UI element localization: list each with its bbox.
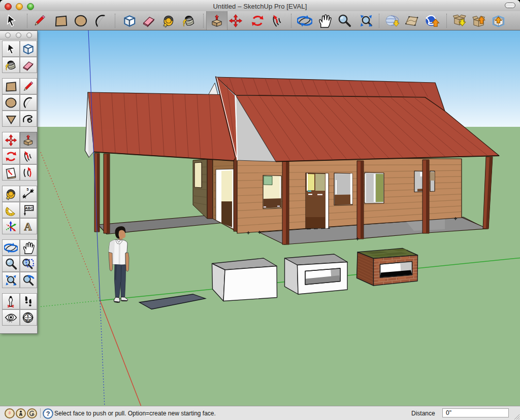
rectangle-icon xyxy=(4,80,18,93)
palette-pan-button[interactable] xyxy=(20,239,38,256)
white-box-model[interactable] xyxy=(212,258,277,301)
eraser-tool-button[interactable] xyxy=(139,12,158,29)
palette-previous-view-button[interactable] xyxy=(20,272,38,288)
front-door[interactable] xyxy=(306,173,329,228)
move-tool-button[interactable] xyxy=(226,12,245,29)
share-component-tool-button[interactable] xyxy=(489,12,508,29)
palette-dimension-button[interactable]: 5 xyxy=(20,186,38,202)
circle-tool-button[interactable] xyxy=(71,12,90,29)
select-tool-button[interactable] xyxy=(2,12,21,29)
window-title: Untitled – SketchUp Pro [EVAL] xyxy=(0,3,520,10)
palette-push-pull-button[interactable] xyxy=(20,132,38,148)
main-toolbar xyxy=(0,11,520,30)
rotate-tool-button[interactable] xyxy=(248,12,267,29)
follow-me-tool-button[interactable] xyxy=(268,12,287,29)
palette-close-button[interactable] xyxy=(5,32,11,38)
brick-box-model[interactable] xyxy=(357,249,418,286)
statusbar-separator xyxy=(40,408,41,418)
palette-arc-button[interactable] xyxy=(20,94,38,111)
select-icon xyxy=(4,42,18,56)
help-icon[interactable]: ? xyxy=(43,408,53,419)
window-2[interactable] xyxy=(334,173,352,205)
rectangle-tool-button[interactable] xyxy=(51,12,71,29)
palette-zoom-button[interactable] xyxy=(2,256,20,272)
share-model-tool-button[interactable] xyxy=(470,12,489,29)
zoom-icon xyxy=(337,13,352,28)
palette-position-camera-button[interactable] xyxy=(2,293,20,309)
palette-select-button[interactable] xyxy=(2,41,20,57)
palette-zoom-button[interactable] xyxy=(26,32,32,38)
orbit-tool-button[interactable] xyxy=(295,12,314,29)
zoom-extents-icon xyxy=(359,13,374,28)
text-icon: ABC xyxy=(21,203,35,217)
palette-offset-button[interactable] xyxy=(20,164,38,181)
attribution-icon[interactable] xyxy=(16,408,26,418)
palette-3d-text-button[interactable]: A xyxy=(20,218,38,234)
resize-grip[interactable] xyxy=(513,413,519,419)
toolbar-separator xyxy=(291,14,291,28)
palette-rotate-button[interactable] xyxy=(2,148,20,164)
palette-follow-me-button[interactable] xyxy=(20,148,38,164)
palette-freehand-button[interactable] xyxy=(20,111,38,127)
palette-minimize-button[interactable] xyxy=(16,32,21,38)
paint-bucket-tool-button[interactable] xyxy=(179,12,199,29)
window-5[interactable] xyxy=(430,171,435,192)
hollow-box-model[interactable] xyxy=(285,254,348,294)
get-current-view-tool-button[interactable] xyxy=(382,12,402,29)
palette-polygon-button[interactable] xyxy=(2,111,20,127)
sketchup-window: Untitled – SketchUp Pro [EVAL] xyxy=(0,0,520,420)
palette-text-button[interactable]: ABC xyxy=(20,202,38,218)
zoom-extents-tool-button[interactable] xyxy=(356,12,376,29)
palette-orbit-button[interactable] xyxy=(2,239,20,256)
arc-tool-button[interactable] xyxy=(91,12,110,29)
geolocation-icon[interactable] xyxy=(5,408,15,418)
place-model-tool-button[interactable] xyxy=(422,12,442,29)
zoom-icon xyxy=(4,257,18,271)
toggle-terrain-icon xyxy=(404,13,419,28)
drawing-canvas[interactable] xyxy=(0,30,520,406)
get-models-tool-button[interactable] xyxy=(450,12,470,29)
line-icon xyxy=(32,13,47,28)
make-component-icon xyxy=(122,13,137,28)
palette-look-around-button[interactable] xyxy=(2,309,20,326)
line-tool-button[interactable] xyxy=(30,12,49,29)
palette-walk-button[interactable] xyxy=(20,293,38,309)
toolbar-toggle-pill[interactable] xyxy=(505,3,515,8)
palette-circle-button[interactable] xyxy=(2,94,20,111)
palette-paint-bucket-button[interactable] xyxy=(2,57,20,73)
palette-rectangle-button[interactable] xyxy=(2,78,20,94)
push-pull-tool-button[interactable] xyxy=(206,11,228,30)
tape-measure-tool-button[interactable] xyxy=(159,12,178,29)
window-1[interactable] xyxy=(263,176,281,209)
palette-move-button[interactable] xyxy=(2,132,20,148)
zoom-tool-button[interactable] xyxy=(335,12,354,29)
pan-icon xyxy=(21,241,35,255)
credit-icon[interactable] xyxy=(27,408,37,418)
zoom-window-icon xyxy=(21,257,35,271)
palette-zoom-extents-button[interactable] xyxy=(2,272,20,288)
window-3[interactable] xyxy=(365,172,384,203)
palette-scale-button[interactable] xyxy=(2,164,20,181)
palette-section-plane-button[interactable]: CR-S xyxy=(20,309,38,326)
palette-line-button[interactable] xyxy=(20,78,38,94)
eraser-icon xyxy=(21,58,35,72)
offset-icon xyxy=(21,166,35,180)
palette-make-component-button[interactable] xyxy=(20,41,38,57)
svg-text:R-S: R-S xyxy=(25,319,30,322)
previous-view-icon xyxy=(21,273,35,287)
palette-titlebar[interactable] xyxy=(0,31,37,40)
palette-axes-button[interactable] xyxy=(2,218,20,234)
get-current-view-icon xyxy=(384,13,400,28)
distance-input[interactable] xyxy=(442,408,509,417)
tape-measure-icon xyxy=(161,13,176,28)
pan-tool-button[interactable] xyxy=(315,12,334,29)
palette-zoom-window-button[interactable] xyxy=(20,256,38,272)
orbit-icon xyxy=(4,241,18,255)
palette-tape-measure-button[interactable] xyxy=(2,186,20,202)
pan-icon xyxy=(317,13,332,28)
tape-measure-icon xyxy=(4,187,18,201)
palette-eraser-button[interactable] xyxy=(20,57,38,73)
palette-protractor-button[interactable] xyxy=(2,202,20,218)
toggle-terrain-tool-button[interactable] xyxy=(402,12,421,29)
make-component-tool-button[interactable] xyxy=(120,12,139,29)
